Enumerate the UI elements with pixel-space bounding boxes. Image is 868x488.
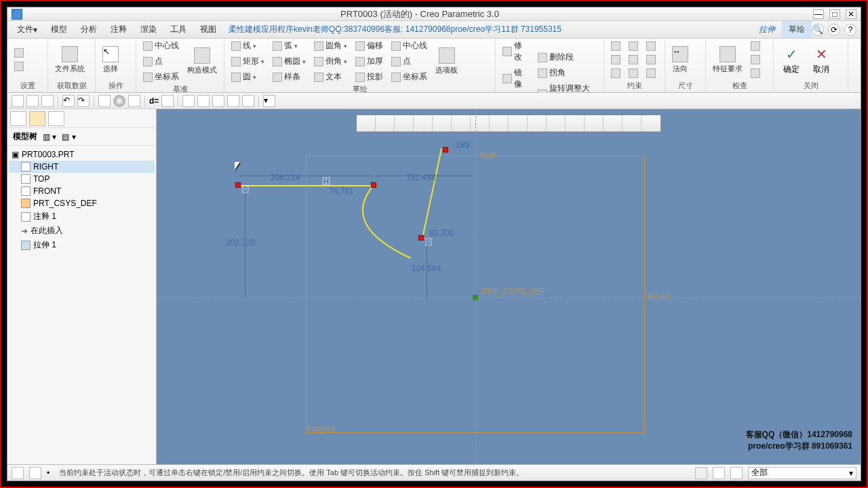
minimize-button[interactable]: — [813, 9, 824, 19]
vt-b3[interactable] [490, 115, 509, 131]
constraint-h[interactable]: H [322, 177, 330, 185]
qat-save-icon[interactable] [41, 95, 54, 107]
tab-folder-icon[interactable] [29, 111, 45, 126]
dim-6[interactable]: 202.320 [226, 238, 255, 247]
status-person-icon[interactable] [730, 467, 743, 479]
project-button[interactable]: 投影 [353, 70, 386, 84]
open-icon[interactable] [12, 47, 26, 59]
arc-button[interactable]: 弧▾ [270, 39, 309, 53]
corner-button[interactable]: 拐角 [535, 66, 599, 80]
menu-analysis[interactable]: 分析 [74, 21, 104, 38]
spline-button[interactable]: 样条 [270, 70, 309, 84]
vt-b11[interactable] [642, 115, 660, 131]
palette-button[interactable]: 选项板 [433, 46, 460, 77]
qat-open-icon[interactable] [26, 95, 39, 107]
construct-mode-button[interactable]: 构造模式 [184, 46, 220, 77]
centerline-button[interactable]: 中心线 [140, 39, 182, 53]
menu-tools[interactable]: 工具 [163, 21, 193, 38]
qat-undo-icon[interactable]: ↶ [62, 95, 75, 107]
vt-zoomin-icon[interactable] [376, 115, 395, 131]
qat-redo-icon[interactable]: ↷ [77, 95, 90, 107]
vt-b7[interactable] [566, 115, 585, 131]
menu-sketch[interactable]: 草绘 [782, 21, 812, 38]
c7[interactable] [644, 40, 658, 52]
vt-b9[interactable] [604, 115, 623, 131]
mirror-button[interactable]: 镜像 [500, 66, 532, 92]
help-icon[interactable]: ? [844, 24, 856, 36]
vt-repaint-icon[interactable] [414, 115, 433, 131]
tree-item-insert[interactable]: ➜在此插入 [9, 224, 155, 238]
selection-filter[interactable]: 全部▾ [748, 467, 856, 479]
c3[interactable] [608, 67, 623, 79]
csys-button[interactable]: 坐标系 [140, 70, 182, 84]
c4[interactable] [626, 40, 641, 52]
text-button[interactable]: 文本 [311, 70, 350, 84]
tree-item-note[interactable]: 注释 1 [9, 209, 155, 224]
rect-button[interactable]: 矩形▾ [229, 54, 267, 68]
point-button[interactable]: 点 [140, 54, 182, 68]
chk2[interactable] [748, 54, 763, 66]
qat-close-icon[interactable] [128, 95, 140, 107]
vt-b1[interactable] [452, 115, 471, 131]
cancel-button[interactable]: ✕取消 [808, 43, 835, 77]
status-flag-icon[interactable] [713, 467, 725, 479]
qat-pencil-icon[interactable] [161, 95, 174, 107]
chamfer-button[interactable]: 倒角▾ [311, 54, 350, 68]
csys2-button[interactable]: 坐标系 [389, 70, 430, 84]
centerline2-button[interactable]: 中心线 [389, 39, 430, 53]
filesystem-button[interactable]: 文件系统 [52, 45, 87, 75]
qat-b3[interactable] [212, 95, 224, 107]
dim-7[interactable]: .189 [454, 140, 469, 150]
tree-root[interactable]: ▣PRT0003.PRT [9, 148, 155, 161]
menu-view[interactable]: 视图 [193, 21, 223, 38]
vt-shade-icon[interactable] [433, 115, 452, 131]
status-globe-icon[interactable] [29, 467, 41, 479]
menu-model[interactable]: 模型 [44, 21, 74, 38]
qat-b2[interactable] [197, 95, 210, 107]
refresh-icon[interactable]: ⟳ [828, 24, 840, 36]
canvas[interactable]: TOP RIGHT FRONT PRT_CSYS_DEF 206.214 151… [157, 109, 861, 464]
circle-button[interactable]: 圆▾ [229, 70, 267, 84]
dim-1[interactable]: 206.214 [271, 173, 300, 182]
tree-settings-icon[interactable]: ▤ ▾ [62, 132, 75, 142]
modify-button[interactable]: 修改 [500, 39, 532, 64]
ok-button[interactable]: ✓确定 [778, 43, 805, 77]
tree-item-right[interactable]: RIGHT [9, 161, 155, 173]
qat-appearance-icon[interactable] [113, 95, 125, 107]
c2[interactable] [608, 54, 623, 66]
vt-b2[interactable] [471, 115, 490, 131]
point-4[interactable] [443, 147, 448, 152]
qat-new-icon[interactable] [12, 95, 24, 107]
point-3[interactable] [418, 235, 424, 241]
tree-item-front[interactable]: FRONT [9, 185, 155, 197]
vt-b8[interactable] [585, 115, 604, 131]
c9[interactable] [644, 67, 658, 79]
point-2[interactable] [371, 182, 376, 188]
vt-zoomout-icon[interactable] [395, 115, 414, 131]
point2-button[interactable]: 点 [389, 54, 430, 68]
menu-file[interactable]: 文件 ▾ [10, 21, 44, 38]
dim-3[interactable]: 76.781 [329, 186, 354, 196]
select-button[interactable]: ↖选择 [100, 45, 121, 75]
vt-b4[interactable] [509, 115, 528, 131]
dimension-button[interactable]: ↔法向 [669, 45, 691, 75]
delseg-button[interactable]: 删除段 [535, 50, 599, 64]
offset-button[interactable]: 偏移 [353, 39, 386, 53]
c6[interactable] [626, 67, 641, 79]
search-icon[interactable]: 🔍 [812, 24, 824, 36]
sketch-arc[interactable] [340, 185, 428, 260]
qat-b4[interactable] [227, 95, 239, 107]
menu-annotate[interactable]: 注释 [104, 21, 134, 38]
vt-zoomfit-icon[interactable] [357, 115, 376, 131]
new-icon[interactable] [12, 60, 26, 73]
status-tree-icon[interactable] [12, 467, 24, 479]
maximize-button[interactable]: □ [829, 9, 840, 19]
point-1[interactable] [235, 182, 241, 188]
c8[interactable] [644, 54, 658, 66]
vt-b6[interactable] [547, 115, 566, 131]
chk3[interactable] [748, 67, 763, 79]
qat-b1[interactable] [182, 95, 195, 107]
tab-tree-icon[interactable] [10, 111, 26, 126]
tree-item-extrude[interactable]: 拉伸 1 [9, 238, 155, 252]
dim-4[interactable]: 82.700 [429, 228, 454, 238]
